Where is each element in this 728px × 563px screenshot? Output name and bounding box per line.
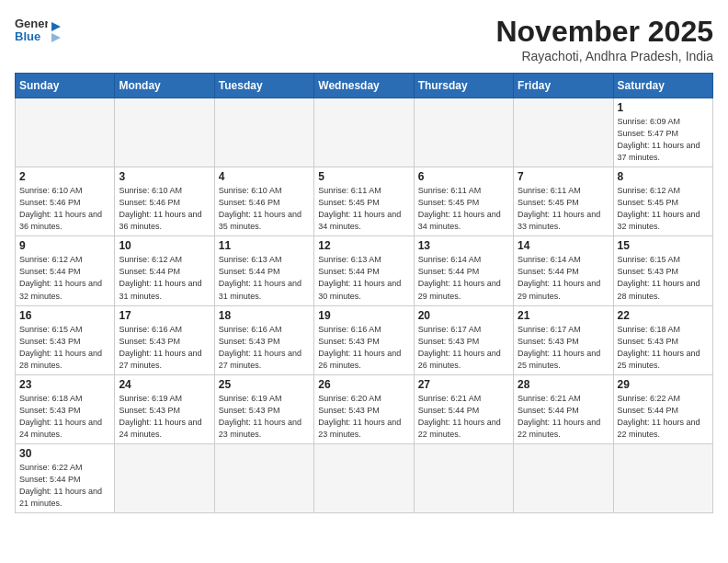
calendar-cell xyxy=(414,98,513,167)
day-number: 6 xyxy=(418,170,509,183)
calendar-cell xyxy=(514,443,613,512)
page-header: General Blue November 2025 Rayachoti, An… xyxy=(15,15,713,63)
weekday-header-row: SundayMondayTuesdayWednesdayThursdayFrid… xyxy=(16,74,713,98)
day-number: 15 xyxy=(618,239,709,252)
weekday-header: Friday xyxy=(514,74,613,98)
day-info: Sunrise: 6:11 AMSunset: 5:45 PMDaylight:… xyxy=(518,185,609,233)
calendar-cell: 14Sunrise: 6:14 AMSunset: 5:44 PMDayligh… xyxy=(514,236,613,305)
day-info: Sunrise: 6:15 AMSunset: 5:43 PMDaylight:… xyxy=(19,324,110,372)
day-number: 8 xyxy=(618,170,709,183)
calendar-week-row: 23Sunrise: 6:18 AMSunset: 5:43 PMDayligh… xyxy=(16,374,713,443)
day-number: 2 xyxy=(19,170,110,183)
calendar-cell: 28Sunrise: 6:21 AMSunset: 5:44 PMDayligh… xyxy=(514,374,613,443)
calendar-cell: 18Sunrise: 6:16 AMSunset: 5:43 PMDayligh… xyxy=(214,305,313,374)
day-info: Sunrise: 6:16 AMSunset: 5:43 PMDaylight:… xyxy=(119,324,210,372)
calendar-cell: 30Sunrise: 6:22 AMSunset: 5:44 PMDayligh… xyxy=(16,443,115,512)
svg-text:General: General xyxy=(15,17,48,30)
day-number: 28 xyxy=(518,378,609,391)
location-subtitle: Rayachoti, Andhra Pradesh, India xyxy=(495,49,713,63)
day-info: Sunrise: 6:18 AMSunset: 5:43 PMDaylight:… xyxy=(618,324,709,372)
svg-text:Blue: Blue xyxy=(15,29,40,43)
day-info: Sunrise: 6:11 AMSunset: 5:45 PMDaylight:… xyxy=(418,185,509,233)
day-info: Sunrise: 6:17 AMSunset: 5:43 PMDaylight:… xyxy=(518,324,609,372)
svg-marker-4 xyxy=(51,22,61,31)
calendar-week-row: 30Sunrise: 6:22 AMSunset: 5:44 PMDayligh… xyxy=(16,443,713,512)
calendar-cell: 24Sunrise: 6:19 AMSunset: 5:43 PMDayligh… xyxy=(115,374,214,443)
calendar-cell xyxy=(115,98,214,167)
calendar-cell xyxy=(115,443,214,512)
day-number: 3 xyxy=(119,170,210,183)
day-info: Sunrise: 6:19 AMSunset: 5:43 PMDaylight:… xyxy=(119,393,210,441)
month-title: November 2025 xyxy=(495,15,713,49)
weekday-header: Tuesday xyxy=(214,74,313,98)
calendar-cell: 21Sunrise: 6:17 AMSunset: 5:43 PMDayligh… xyxy=(514,305,613,374)
weekday-header: Monday xyxy=(115,74,214,98)
title-block: November 2025 Rayachoti, Andhra Pradesh,… xyxy=(495,15,713,63)
weekday-header: Wednesday xyxy=(314,74,414,98)
day-number: 26 xyxy=(318,378,409,391)
day-number: 17 xyxy=(119,309,210,322)
day-info: Sunrise: 6:22 AMSunset: 5:44 PMDaylight:… xyxy=(19,462,110,510)
day-number: 11 xyxy=(219,239,310,252)
day-info: Sunrise: 6:19 AMSunset: 5:43 PMDaylight:… xyxy=(219,393,310,441)
day-info: Sunrise: 6:10 AMSunset: 5:46 PMDaylight:… xyxy=(119,185,210,233)
day-number: 9 xyxy=(19,239,110,252)
calendar-cell: 11Sunrise: 6:13 AMSunset: 5:44 PMDayligh… xyxy=(214,236,313,305)
logo-wrap: General Blue xyxy=(15,15,66,48)
day-number: 7 xyxy=(518,170,609,183)
day-number: 30 xyxy=(19,447,110,460)
calendar-week-row: 16Sunrise: 6:15 AMSunset: 5:43 PMDayligh… xyxy=(16,305,713,374)
calendar-cell xyxy=(314,98,414,167)
calendar-cell xyxy=(514,98,613,167)
calendar-cell xyxy=(613,443,712,512)
logo-svg: General Blue xyxy=(15,15,48,48)
day-info: Sunrise: 6:09 AMSunset: 5:47 PMDaylight:… xyxy=(618,116,709,164)
day-info: Sunrise: 6:21 AMSunset: 5:44 PMDaylight:… xyxy=(418,393,509,441)
calendar-cell: 4Sunrise: 6:10 AMSunset: 5:46 PMDaylight… xyxy=(214,167,313,236)
day-info: Sunrise: 6:12 AMSunset: 5:44 PMDaylight:… xyxy=(19,254,110,302)
day-info: Sunrise: 6:13 AMSunset: 5:44 PMDaylight:… xyxy=(219,254,310,302)
day-number: 24 xyxy=(119,378,210,391)
day-number: 23 xyxy=(19,378,110,391)
calendar-cell: 19Sunrise: 6:16 AMSunset: 5:43 PMDayligh… xyxy=(314,305,414,374)
weekday-header: Thursday xyxy=(414,74,513,98)
calendar-cell: 5Sunrise: 6:11 AMSunset: 5:45 PMDaylight… xyxy=(314,167,414,236)
calendar-cell: 26Sunrise: 6:20 AMSunset: 5:43 PMDayligh… xyxy=(314,374,414,443)
day-number: 25 xyxy=(219,378,310,391)
day-info: Sunrise: 6:10 AMSunset: 5:46 PMDaylight:… xyxy=(19,185,110,233)
day-number: 14 xyxy=(518,239,609,252)
day-info: Sunrise: 6:18 AMSunset: 5:43 PMDaylight:… xyxy=(19,393,110,441)
day-info: Sunrise: 6:22 AMSunset: 5:44 PMDaylight:… xyxy=(618,393,709,441)
calendar-table: SundayMondayTuesdayWednesdayThursdayFrid… xyxy=(15,73,713,513)
calendar-cell xyxy=(16,98,115,167)
day-number: 27 xyxy=(418,378,509,391)
calendar-week-row: 1Sunrise: 6:09 AMSunset: 5:47 PMDaylight… xyxy=(16,98,713,167)
calendar-cell: 25Sunrise: 6:19 AMSunset: 5:43 PMDayligh… xyxy=(214,374,313,443)
calendar-cell: 8Sunrise: 6:12 AMSunset: 5:45 PMDaylight… xyxy=(613,167,712,236)
calendar-week-row: 9Sunrise: 6:12 AMSunset: 5:44 PMDaylight… xyxy=(16,236,713,305)
day-info: Sunrise: 6:11 AMSunset: 5:45 PMDaylight:… xyxy=(318,185,409,233)
day-info: Sunrise: 6:21 AMSunset: 5:44 PMDaylight:… xyxy=(518,393,609,441)
day-info: Sunrise: 6:12 AMSunset: 5:44 PMDaylight:… xyxy=(119,254,210,302)
day-number: 5 xyxy=(318,170,409,183)
day-number: 20 xyxy=(418,309,509,322)
day-number: 12 xyxy=(318,239,409,252)
day-info: Sunrise: 6:14 AMSunset: 5:44 PMDaylight:… xyxy=(518,254,609,302)
day-number: 29 xyxy=(618,378,709,391)
day-number: 13 xyxy=(418,239,509,252)
day-info: Sunrise: 6:20 AMSunset: 5:43 PMDaylight:… xyxy=(318,393,409,441)
calendar-cell: 1Sunrise: 6:09 AMSunset: 5:47 PMDaylight… xyxy=(613,98,712,167)
calendar-cell: 13Sunrise: 6:14 AMSunset: 5:44 PMDayligh… xyxy=(414,236,513,305)
calendar-cell: 29Sunrise: 6:22 AMSunset: 5:44 PMDayligh… xyxy=(613,374,712,443)
day-info: Sunrise: 6:12 AMSunset: 5:45 PMDaylight:… xyxy=(618,185,709,233)
day-number: 21 xyxy=(518,309,609,322)
calendar-cell: 17Sunrise: 6:16 AMSunset: 5:43 PMDayligh… xyxy=(115,305,214,374)
day-info: Sunrise: 6:15 AMSunset: 5:43 PMDaylight:… xyxy=(618,254,709,302)
day-info: Sunrise: 6:17 AMSunset: 5:43 PMDaylight:… xyxy=(418,324,509,372)
svg-marker-5 xyxy=(51,33,61,42)
calendar-cell: 2Sunrise: 6:10 AMSunset: 5:46 PMDaylight… xyxy=(16,167,115,236)
calendar-cell: 27Sunrise: 6:21 AMSunset: 5:44 PMDayligh… xyxy=(414,374,513,443)
calendar-cell xyxy=(214,98,313,167)
calendar-week-row: 2Sunrise: 6:10 AMSunset: 5:46 PMDaylight… xyxy=(16,167,713,236)
day-info: Sunrise: 6:10 AMSunset: 5:46 PMDaylight:… xyxy=(219,185,310,233)
